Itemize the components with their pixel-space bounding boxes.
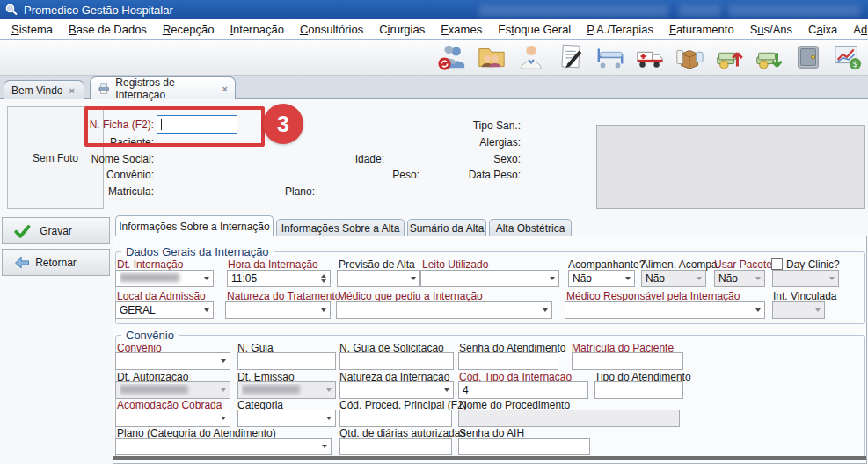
doctor-icon[interactable] xyxy=(514,40,549,74)
chevron-down-icon xyxy=(204,277,209,280)
local-admissao-label: Local da Admissão xyxy=(117,290,206,302)
redacted-text xyxy=(728,4,860,16)
section-divider xyxy=(113,456,866,460)
int-vinculada-label: Int. Vinculada xyxy=(773,290,837,302)
tipo-atendimento-input[interactable] xyxy=(594,381,683,399)
leito-label: Leito Utilizado xyxy=(422,258,488,271)
menu-caixa[interactable]: Caixa xyxy=(800,21,845,38)
gravar-button[interactable]: Gravar xyxy=(2,217,110,244)
menu-base-de-dados[interactable]: Base de Dados xyxy=(61,21,155,38)
nome-procedimento-input[interactable] xyxy=(458,410,680,427)
menu-recepcao[interactable]: Recepção xyxy=(155,21,222,38)
app-icon xyxy=(4,3,18,17)
users-sync-icon[interactable] xyxy=(434,40,470,74)
convenio-combo[interactable] xyxy=(115,352,230,370)
plano-categoria-combo[interactable] xyxy=(115,438,332,455)
nome-social-label: Nome Social: xyxy=(53,153,154,165)
tab-label: Alta Obstétrica xyxy=(496,222,565,235)
tab-registros-internacao[interactable]: Registros de Internação × xyxy=(90,76,236,99)
menu-estoque-geral[interactable]: Estoque Geral xyxy=(490,21,579,38)
menu-faturamento[interactable]: Faturamento xyxy=(661,21,742,38)
tab-informacoes-internacao[interactable]: Informações Sobre a Internação xyxy=(115,215,274,236)
dt-emissao-combo[interactable] xyxy=(237,381,336,399)
retornar-button[interactable]: Retornar xyxy=(2,249,110,276)
gravar-label: Gravar xyxy=(40,225,72,237)
leito-combo[interactable] xyxy=(420,270,559,287)
categoria-combo[interactable] xyxy=(237,410,336,427)
menu-exames[interactable]: Exames xyxy=(433,21,490,38)
chevron-down-icon xyxy=(411,277,416,280)
money-out-icon[interactable] xyxy=(751,40,786,74)
usar-pacote-combo[interactable]: Não xyxy=(714,270,765,287)
local-admissao-combo[interactable]: GERAL xyxy=(115,301,214,319)
chevron-down-icon xyxy=(221,388,226,392)
menu-sus-ans[interactable]: Sus/Ans xyxy=(742,21,800,38)
previsao-alta-combo[interactable] xyxy=(337,270,420,287)
senha-atendimento-input[interactable] xyxy=(458,352,558,370)
close-icon[interactable]: × xyxy=(69,85,74,96)
patient-folder-icon[interactable] xyxy=(474,40,509,74)
senha-aih-input[interactable] xyxy=(458,438,590,455)
tab-alta-obstetrica[interactable]: Alta Obstétrica xyxy=(489,219,572,236)
chevron-down-icon xyxy=(204,308,209,312)
dt-internacao-label: Dt. Internação xyxy=(117,258,183,271)
acompanhante-combo[interactable]: Não xyxy=(568,270,635,287)
convenio-label: Convênio: xyxy=(53,169,154,181)
alimen-acompa-combo[interactable]: Não xyxy=(641,270,706,287)
stock-items-icon[interactable] xyxy=(672,40,707,74)
menu-cirurgias[interactable]: Cirurgias xyxy=(371,21,433,38)
spinner-arrows-icon[interactable] xyxy=(321,274,326,283)
money-in-icon[interactable] xyxy=(711,40,747,74)
acompanhante-label: Acompanhante? xyxy=(568,258,645,271)
cod-tipo-internacao-input[interactable]: 4 xyxy=(458,381,588,399)
matricula-paciente-input[interactable] xyxy=(572,352,683,370)
acomodacao-cobrada-combo[interactable] xyxy=(115,410,230,427)
tab-informacoes-alta[interactable]: Informações Sobre a Alta xyxy=(276,219,405,236)
menu-pa-terapias[interactable]: P.A./Terapias xyxy=(579,21,661,38)
data-peso-label: Data Peso: xyxy=(440,169,521,181)
dt-autorizacao-combo[interactable] xyxy=(115,381,230,399)
redacted-value xyxy=(120,273,179,282)
annotation-step-badge: 3 xyxy=(263,104,303,144)
n-guia-input[interactable] xyxy=(237,352,336,370)
chevron-down-icon xyxy=(221,359,226,363)
finance-chart-icon[interactable]: $ xyxy=(830,40,865,74)
plano-label: Plano: xyxy=(237,185,315,198)
tab-sumario-alta[interactable]: Sumário da Alta xyxy=(407,219,486,236)
menu-consultorios[interactable]: Consultórios xyxy=(292,21,371,38)
dt-internacao-combo[interactable] xyxy=(115,270,214,287)
day-clinic-label: Day Clinic? xyxy=(786,258,840,271)
safe-icon[interactable] xyxy=(791,40,826,74)
alergias-label: Alergias: xyxy=(440,136,521,149)
peso-label: Peso: xyxy=(343,169,419,181)
close-icon[interactable]: × xyxy=(222,83,228,94)
menu-sistema[interactable]: Sistema xyxy=(4,21,61,38)
qtd-diarias-input[interactable] xyxy=(339,438,452,455)
redacted-text xyxy=(679,4,721,16)
hospital-bed-icon[interactable] xyxy=(593,40,628,74)
medico-responsavel-combo[interactable] xyxy=(565,301,765,319)
natureza-internacao-combo[interactable] xyxy=(339,381,454,399)
medico-responsavel-label: Médico Responsável pela Internação xyxy=(566,290,740,302)
contract-icon[interactable] xyxy=(553,40,588,74)
natureza-tratamento-combo[interactable] xyxy=(225,301,331,319)
redacted-text xyxy=(479,4,668,16)
cod-proced-principal-input[interactable] xyxy=(339,410,452,427)
observations-panel xyxy=(596,125,865,209)
day-clinic-combo[interactable] xyxy=(772,270,839,287)
medico-pediu-combo[interactable] xyxy=(336,301,552,319)
ambulance-icon[interactable] xyxy=(632,40,667,74)
tab-bem-vindo[interactable]: Bem Vindo × xyxy=(4,80,84,99)
tab-label: Registros de Internação xyxy=(115,76,215,101)
hora-internacao-spinner[interactable]: 11:05 xyxy=(227,270,331,287)
day-clinic-checkbox[interactable] xyxy=(771,258,783,270)
chevron-down-icon xyxy=(755,308,761,312)
n-guia-solicitacao-input[interactable] xyxy=(339,352,454,370)
chevron-down-icon xyxy=(322,445,327,448)
menu-administracao[interactable]: Administração xyxy=(845,21,868,38)
tab-label: Bem Vindo xyxy=(11,84,62,97)
int-vinculada-combo[interactable] xyxy=(772,301,825,319)
hora-internacao-label: Hora da Internação xyxy=(228,258,318,271)
menu-internacao[interactable]: Internação xyxy=(222,21,291,38)
medico-pediu-label: Médico que pediu a Internação xyxy=(338,290,483,302)
